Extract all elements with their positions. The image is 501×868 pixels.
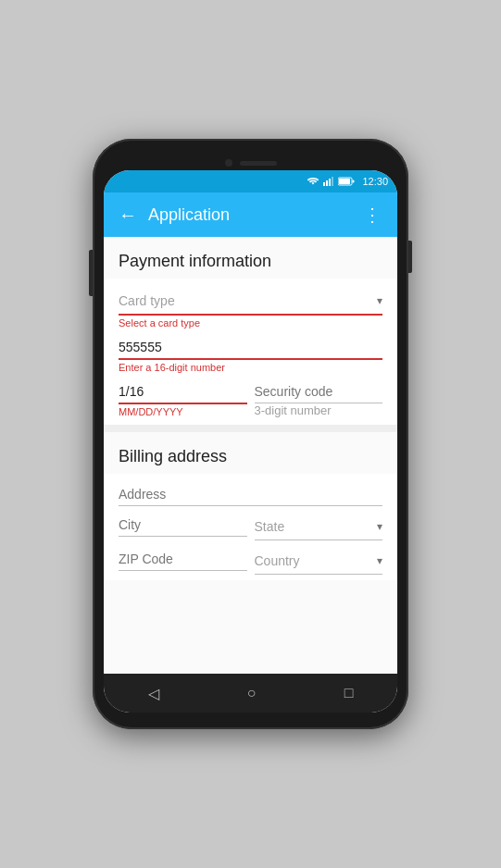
country-select[interactable]: Country United States Canada United King… [255,548,383,574]
card-type-error: Select a card type [119,317,382,329]
svg-rect-1 [326,180,328,186]
card-type-select[interactable]: Card type Visa MasterCard Amex [119,288,382,314]
country-col: Country United States Canada United King… [255,548,383,575]
zip-col [119,548,247,575]
expiry-placeholder: MM/DD/YYYY [119,406,247,417]
svg-rect-5 [339,179,350,184]
state-col: State Alabama California New York ▾ [255,514,383,540]
security-hint: 3-digit number [255,403,383,417]
more-button[interactable]: ⋮ [356,196,390,233]
svg-rect-0 [323,182,325,186]
top-bar: ← Application ⋮ [104,192,397,237]
nav-recent-button[interactable]: □ [330,677,369,709]
city-state-row: State Alabama California New York ▾ [104,508,397,542]
card-number-input[interactable] [119,336,382,360]
payment-form-section: Card type Visa MasterCard Amex ▾ Select … [104,279,397,425]
security-input[interactable] [255,380,383,403]
wifi-icon [307,177,319,186]
content-area: Payment information Card type Visa Maste… [104,237,397,674]
status-bar: 12:30 [104,170,397,192]
expiry-security-row: MM/DD/YYYY 3-digit number [104,375,397,421]
card-type-field: Card type Visa MasterCard Amex ▾ Select … [104,282,397,330]
battery-icon [338,177,355,186]
card-number-field: Enter a 16-digit number [104,330,397,375]
status-time: 12:30 [362,176,388,187]
payment-section-header: Payment information [104,237,397,279]
signal-icon [323,177,334,186]
camera [225,159,232,167]
speaker [240,161,277,166]
zip-input[interactable] [119,548,247,571]
country-select-wrapper[interactable]: Country United States Canada United King… [255,548,383,575]
svg-rect-2 [329,179,331,186]
expiry-input[interactable] [119,380,247,404]
status-icons: 12:30 [307,176,388,187]
phone-screen: 12:30 ← Application ⋮ Payment informatio… [104,170,397,713]
city-input[interactable] [119,514,247,537]
zip-country-row: Country United States Canada United King… [104,542,397,577]
card-number-error: Enter a 16-digit number [119,362,382,373]
page-title: Application [148,205,356,225]
address-field [104,477,397,508]
expiry-col: MM/DD/YYYY [119,380,247,419]
billing-section-header: Billing address [104,432,397,474]
billing-form-section: State Alabama California New York ▾ [104,474,397,580]
card-type-select-wrapper[interactable]: Card type Visa MasterCard Amex ▾ [119,288,382,316]
security-col: 3-digit number [255,380,383,419]
svg-rect-6 [353,180,355,183]
bottom-nav: ◁ ○ □ [104,674,397,713]
state-select[interactable]: State Alabama California New York [255,514,383,539]
nav-back-button[interactable]: ◁ [133,677,174,710]
state-select-wrapper[interactable]: State Alabama California New York ▾ [255,514,383,540]
address-input[interactable] [119,483,382,506]
phone-shell: 12:30 ← Application ⋮ Payment informatio… [93,139,408,729]
back-button[interactable]: ← [111,197,144,233]
nav-home-button[interactable]: ○ [232,677,271,709]
section-divider [104,425,397,432]
svg-rect-3 [332,177,333,186]
city-col [119,514,247,540]
phone-notch [225,155,277,170]
